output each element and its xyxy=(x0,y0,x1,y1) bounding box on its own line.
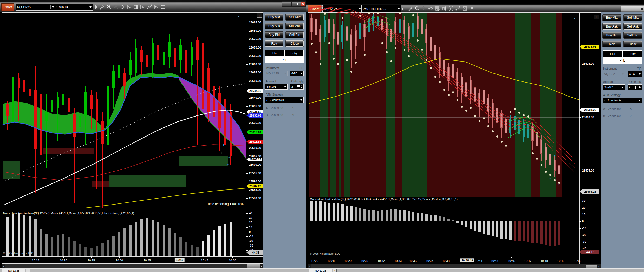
scroll-to-end-arrow-icon[interactable]: ← xyxy=(573,15,579,20)
interval-combo[interactable]: 1 Minute xyxy=(55,4,93,11)
close-button[interactable] xyxy=(640,6,644,12)
scroll-right-icon[interactable]: ► xyxy=(597,264,601,269)
order-qty-label: Order qty xyxy=(629,80,641,83)
tif-select[interactable]: GTC xyxy=(628,71,642,77)
window-button-1[interactable] xyxy=(282,1,287,7)
chart-trader-icon[interactable] xyxy=(133,4,139,10)
document-tab[interactable]: NQ 12-25 xyxy=(309,269,332,272)
rev-button[interactable]: Rev xyxy=(603,41,621,47)
flat-indicator[interactable]: Flat xyxy=(603,51,622,57)
scroll-right-icon[interactable]: ► xyxy=(260,264,263,268)
scroll-left-icon[interactable]: ◄ xyxy=(308,264,311,269)
chart-window-right: Chart NQ 12-25 250 Tick Heike... ↓↓↑↑◄25… xyxy=(306,0,644,272)
scrollbar-thumb[interactable] xyxy=(586,265,597,268)
sell-mkt-button[interactable]: Sell Mkt xyxy=(286,14,304,20)
buy-bid-button[interactable]: Buy Bid xyxy=(603,32,621,38)
crosshair-icon[interactable] xyxy=(119,4,126,10)
scroll-left-icon[interactable]: ◄ xyxy=(2,264,5,268)
minimize-button[interactable] xyxy=(291,1,296,7)
crosshair-icon[interactable] xyxy=(427,5,434,11)
chart-area[interactable] xyxy=(2,12,264,269)
drawing-tools-icon[interactable] xyxy=(146,4,153,10)
zoom-in-icon[interactable] xyxy=(106,4,112,10)
atm-strategy-select[interactable]: i2 contracts xyxy=(265,97,304,103)
interval-combo[interactable]: 250 Tick Heike... xyxy=(361,5,401,12)
info-icon: i xyxy=(604,99,605,102)
instrument-combo-value: NQ 12-25 xyxy=(324,7,337,11)
instrument-combo[interactable]: NQ 12-25 xyxy=(16,4,56,11)
oscillator-label: MomentumFlowOscillator(NQ 12-25 (250 Tic… xyxy=(310,198,458,201)
sell-ask-button[interactable]: Sell Ask xyxy=(624,23,642,30)
bar-chart-icon[interactable] xyxy=(92,4,99,10)
maximize-button[interactable] xyxy=(635,6,640,12)
document-tab[interactable]: NQ 12-25 xyxy=(2,269,25,272)
pencil-icon[interactable] xyxy=(99,4,105,10)
account-select[interactable]: Sim101 xyxy=(603,84,625,90)
sell-bid-button[interactable]: Sell Bid xyxy=(286,32,304,38)
close-position-button[interactable]: Close xyxy=(286,40,304,47)
entry-indicator[interactable]: Entry xyxy=(622,51,642,57)
atm-stop-row: B:25603.002 xyxy=(601,114,644,117)
order-qty-stepper[interactable]: 2 xyxy=(290,84,304,90)
chart-trader-icon[interactable] xyxy=(441,5,447,11)
chart-trader-panel: Buy Mkt Sell Mkt Buy Ask Sell Ask Buy Bi… xyxy=(601,12,644,268)
buy-bid-button[interactable]: Buy Bid xyxy=(265,32,283,38)
window-button-2[interactable] xyxy=(626,6,630,12)
chart-area[interactable] xyxy=(308,12,601,269)
add-tab-button[interactable]: + xyxy=(333,269,337,272)
calculator-icon[interactable] xyxy=(635,86,638,89)
qty-spinner[interactable] xyxy=(639,86,641,89)
scrollbar-thumb[interactable] xyxy=(247,264,261,268)
window-button-1[interactable] xyxy=(621,6,626,12)
close-button[interactable] xyxy=(301,1,306,7)
instrument-label: Instrument xyxy=(603,67,617,70)
pnl-display: PnL xyxy=(603,57,642,64)
tab-chart[interactable]: Chart xyxy=(1,3,14,11)
f-button[interactable]: F xyxy=(257,13,262,18)
buy-mkt-button[interactable]: Buy Mkt xyxy=(603,15,621,21)
pencil-icon[interactable] xyxy=(407,5,414,11)
f-button[interactable]: F xyxy=(594,15,599,19)
sell-ask-button[interactable]: Sell Ask xyxy=(286,23,304,29)
atm-target-row: A:25603.505 xyxy=(263,107,306,110)
data-series-icon[interactable] xyxy=(126,4,132,10)
bar-chart-icon[interactable] xyxy=(400,5,407,11)
chart-window-left: Chart NQ 12-25 1 Minute ↓↑↑◄◄25685.00256… xyxy=(0,0,306,272)
minimize-button[interactable] xyxy=(630,6,635,12)
properties-icon[interactable] xyxy=(160,4,166,10)
strategies-icon[interactable] xyxy=(153,4,159,10)
buy-ask-button[interactable]: Buy Ask xyxy=(603,23,621,30)
strategies-icon[interactable] xyxy=(461,5,468,11)
atm-strategy-select[interactable]: i2 contracts xyxy=(603,98,642,103)
tab-chart[interactable]: Chart xyxy=(308,5,321,12)
interval-combo-value: 250 Tick Heike... xyxy=(363,7,386,11)
zoom-in-icon[interactable] xyxy=(414,5,420,11)
close-position-button[interactable]: Close xyxy=(624,41,642,47)
drawing-tools-icon[interactable] xyxy=(454,5,461,11)
add-tab-button[interactable]: + xyxy=(26,269,30,272)
tif-select[interactable]: GTC xyxy=(290,71,304,76)
sell-mkt-button[interactable]: Sell Mkt xyxy=(624,15,642,21)
properties-icon[interactable] xyxy=(468,5,474,11)
calculator-icon[interactable] xyxy=(297,85,300,88)
qty-spinner[interactable] xyxy=(301,85,302,88)
buy-mkt-button[interactable]: Buy Mkt xyxy=(265,14,283,20)
data-series-icon[interactable] xyxy=(434,5,441,11)
sell-bid-button[interactable]: Sell Bid xyxy=(624,32,642,38)
order-qty-stepper[interactable]: 2 xyxy=(628,84,642,90)
account-select[interactable]: Sim101 xyxy=(265,84,288,90)
zoom-out-icon xyxy=(112,4,119,10)
flat-indicator[interactable]: Flat xyxy=(265,50,284,56)
entry-indicator[interactable]: Entry xyxy=(284,50,303,56)
indicators-icon[interactable] xyxy=(139,4,146,10)
maximize-button[interactable] xyxy=(296,1,301,7)
rev-button[interactable]: Rev xyxy=(265,40,283,47)
buy-ask-button[interactable]: Buy Ask xyxy=(265,23,283,29)
order-qty-label: Order qty xyxy=(291,80,303,83)
instrument-combo[interactable]: NQ 12-25 xyxy=(322,5,362,12)
horizontal-scrollbar[interactable]: ◄ ► xyxy=(2,264,263,269)
chevron-down-icon xyxy=(50,5,54,10)
indicators-icon[interactable] xyxy=(448,5,454,11)
scroll-to-end-arrow-icon[interactable]: ← xyxy=(237,12,243,18)
window-button-2[interactable] xyxy=(287,1,292,7)
